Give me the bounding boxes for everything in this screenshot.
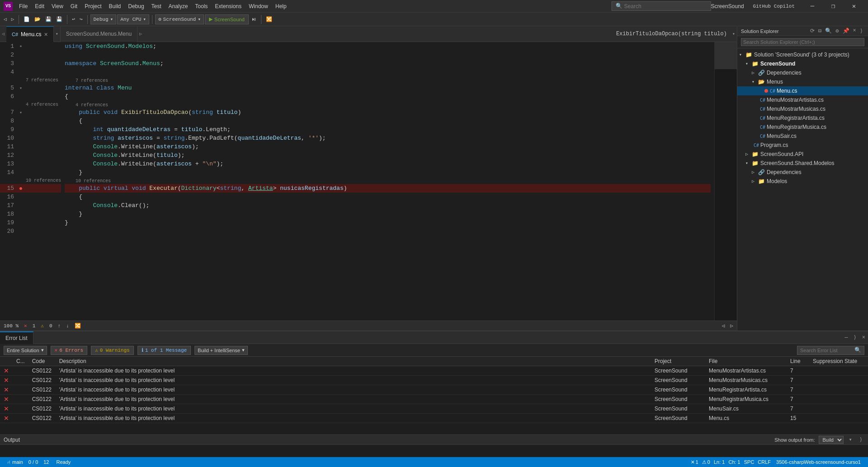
table-row[interactable]: ✕ CS0122 'Artista' is inaccessible due t… <box>0 376 868 385</box>
error-list-tab[interactable]: Error List <box>0 331 33 344</box>
redo-button[interactable]: ↪ <box>78 15 85 23</box>
collapse-arrow-5[interactable]: ▾ <box>19 85 22 91</box>
git-button[interactable]: 🔀 <box>264 15 274 23</box>
tab-screensound-menus[interactable]: ScreenSound.Menus.Menu <box>61 26 138 42</box>
start-button[interactable]: ▶ ScreenSound <box>205 14 249 24</box>
col-description[interactable]: Description <box>56 357 651 366</box>
tab-options-button[interactable]: ▾ <box>730 31 737 37</box>
zoom-icon[interactable]: 12 <box>40 459 52 465</box>
menu-help[interactable]: Help <box>272 1 290 11</box>
output-expand-button[interactable]: ⟩ <box>858 436 864 443</box>
menu-edit[interactable]: Edit <box>31 1 48 11</box>
tree-item-screensound[interactable]: ▾ 📁 ScreenSound <box>737 59 868 68</box>
tab-arrow-left[interactable]: ◁ <box>0 31 6 37</box>
encoding-label[interactable]: SPC <box>742 459 756 465</box>
tab-arrow-right[interactable]: ▷ <box>138 31 144 37</box>
tree-item-menus[interactable]: ▾ 📂 Menus <box>737 77 868 86</box>
scroll-left-button[interactable]: ◁ <box>722 323 725 329</box>
startup-project-dropdown[interactable]: ⚙ ScreenSound ▾ <box>155 14 204 24</box>
se-expand-button[interactable]: ⟩ <box>859 28 864 34</box>
line-ending-label[interactable]: CRLF <box>756 459 773 465</box>
col-file[interactable]: File <box>705 357 787 366</box>
table-row[interactable]: ✕ CS0122 'Artista' is inaccessible due t… <box>0 414 868 423</box>
menu-file[interactable]: File <box>15 1 31 11</box>
menu-view[interactable]: View <box>48 1 67 11</box>
menu-extensions[interactable]: Extensions <box>211 1 245 11</box>
menu-build[interactable]: Build <box>105 1 125 11</box>
menu-git[interactable]: Git <box>67 1 81 11</box>
warning-filter-button[interactable]: ⚠ 0 Warnings <box>91 346 134 355</box>
se-pin-button[interactable]: 📌 <box>841 28 851 34</box>
menu-window[interactable]: Window <box>245 1 272 11</box>
col-line[interactable]: Line <box>787 357 809 366</box>
warning-icon[interactable]: ⚠ <box>41 323 44 329</box>
menu-test[interactable]: Test <box>148 1 165 11</box>
table-row[interactable]: ✕ CS0122 'Artista' is inaccessible due t… <box>0 404 868 414</box>
debug-mode-dropdown[interactable]: Debug ▾ <box>90 14 117 24</box>
se-close-button[interactable]: × <box>852 28 858 34</box>
warning-count-status[interactable]: 0 <box>49 323 52 329</box>
menu-tools[interactable]: Tools <box>191 1 211 11</box>
tab-arrow-dropdown[interactable]: ▾ <box>54 31 60 37</box>
tab-close-button[interactable]: × <box>44 31 47 38</box>
output-source-dropdown[interactable]: Build <box>819 436 844 444</box>
table-row[interactable]: ✕ CS0122 'Artista' is inaccessible due t… <box>0 385 868 395</box>
code-editor[interactable]: 1 ● 2 3 4 <box>0 42 737 321</box>
tree-item-dependencies[interactable]: ▷ 🔗 Dependencies <box>737 68 868 77</box>
menu-debug[interactable]: Debug <box>124 1 147 11</box>
se-sync-button[interactable]: ⟳ <box>809 28 816 34</box>
forward-button[interactable]: ▷ <box>9 15 16 23</box>
line-gutter-bp[interactable]: ▾ <box>16 85 26 91</box>
back-button[interactable]: ◁ <box>2 15 9 23</box>
scope-dropdown[interactable]: Entire Solution ▾ <box>4 346 47 355</box>
se-search-input[interactable] <box>741 38 864 46</box>
el-close-button[interactable]: × <box>859 335 868 341</box>
output-minimize-button[interactable]: ▾ <box>847 436 854 443</box>
table-row[interactable]: ✕ CS0122 'Artista' is inaccessible due t… <box>0 366 868 376</box>
tree-item-menu-cs[interactable]: C# Menu.cs <box>737 86 868 95</box>
git-icon[interactable]: ⑁ main <box>4 459 27 465</box>
error-list-search[interactable]: 🔍 <box>797 346 864 355</box>
tree-item-solution[interactable]: ▾ 📁 Solution 'ScreenSound' (3 of 3 proje… <box>737 50 868 59</box>
title-search-box[interactable]: 🔍 <box>612 1 711 11</box>
error-filter-button[interactable]: ✕ 6 Errors <box>51 346 87 355</box>
tree-item-screensound-shared[interactable]: ▾ 📁 ScreenSound.Shared.Modelos <box>737 159 868 168</box>
tree-item-screensound-api[interactable]: ▷ 📁 ScreenSound.API <box>737 150 868 159</box>
platform-dropdown[interactable]: Any CPU ▾ <box>117 14 149 24</box>
se-search-button[interactable]: 🔍 <box>824 28 833 34</box>
col-project[interactable]: Project <box>651 357 705 366</box>
scroll-right-button[interactable]: ▷ <box>730 323 733 329</box>
tree-item-shared-dependencies[interactable]: ▷ 🔗 Dependencies <box>737 168 868 177</box>
collapse-arrow-7[interactable]: ▾ <box>19 110 22 115</box>
error-list-search-input[interactable] <box>800 348 854 353</box>
open-file-button[interactable]: 📂 <box>33 15 43 23</box>
col-suppression[interactable]: Suppression State <box>809 357 868 366</box>
tree-item-menu-mostrar-musicas[interactable]: C# MenuMostrarMusicas.cs <box>737 104 868 113</box>
menu-analyze[interactable]: Analyze <box>165 1 192 11</box>
el-minimize-button[interactable]: ─ <box>842 335 850 341</box>
warning-count-status-bar[interactable]: ⚠ 0 <box>700 459 712 465</box>
save-all-button[interactable]: 💾 <box>54 15 64 23</box>
build-filter-dropdown[interactable]: Build + IntelliSense ▾ <box>194 346 248 355</box>
el-maximize-button[interactable]: ⟩ <box>851 334 859 341</box>
minimize-button[interactable]: ─ <box>802 0 823 13</box>
nav-down-button[interactable]: ↓ <box>66 323 69 329</box>
se-collapse-button[interactable]: ⊟ <box>817 28 823 34</box>
save-button[interactable]: 💾 <box>43 15 53 23</box>
error-icon[interactable]: ✕ <box>24 323 27 329</box>
col-icon[interactable] <box>0 357 13 366</box>
tree-item-modelos[interactable]: ▷ 📁 Modelos <box>737 177 868 186</box>
message-filter-button[interactable]: ℹ 1 of 1 Message <box>138 346 191 355</box>
code-text-area[interactable]: using ScreenSound.Modelos; namespace Scr… <box>61 42 714 321</box>
github-copilot[interactable]: GitHub Copilot <box>749 4 798 9</box>
tab-menu-cs[interactable]: C# Menu.cs × <box>6 26 54 42</box>
se-search-bar[interactable] <box>737 36 868 48</box>
tree-item-menu-registrar-artista[interactable]: C# MenuRegistrarArtista.cs <box>737 113 868 123</box>
menu-project[interactable]: Project <box>81 1 105 11</box>
tree-item-menu-mostrar-artistas[interactable]: C# MenuMostrarArtistas.cs <box>737 95 868 104</box>
error-count-status[interactable]: 1 <box>33 323 36 329</box>
tree-item-program-cs[interactable]: C# Program.cs <box>737 141 868 150</box>
table-row[interactable]: ✕ CS0122 'Artista' is inaccessible due t… <box>0 395 868 404</box>
maximize-button[interactable]: ❐ <box>823 0 844 13</box>
error-count-status-bar[interactable]: ✕ 1 <box>689 459 700 465</box>
